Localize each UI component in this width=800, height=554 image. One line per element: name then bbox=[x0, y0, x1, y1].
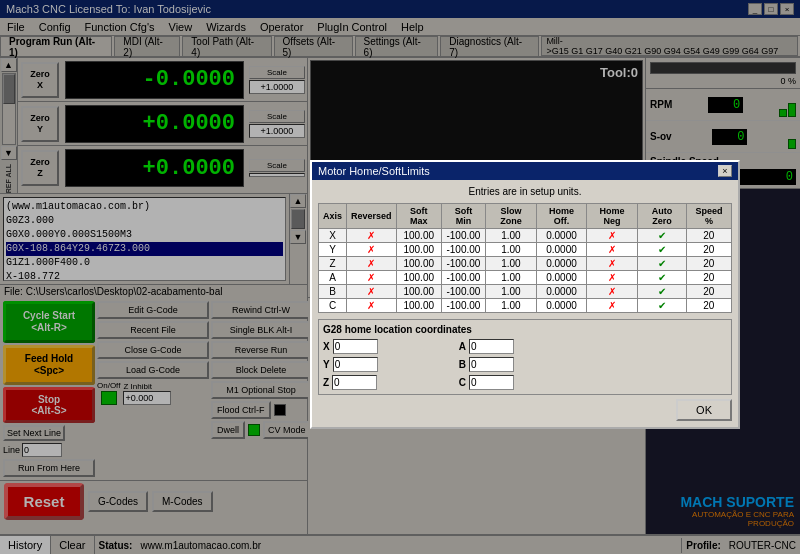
cell-hoff-z: 0.0000 bbox=[536, 257, 586, 271]
cell-azero-b: ✔ bbox=[638, 285, 687, 299]
cell-slow-b: 1.00 bbox=[485, 285, 536, 299]
cell-max-z: 100.00 bbox=[396, 257, 441, 271]
cell-azero-x: ✔ bbox=[638, 229, 687, 243]
g28-grid: X A Y B Z bbox=[323, 339, 727, 390]
dialog-body: Entries are in setup units. Axis Reverse… bbox=[312, 180, 738, 427]
cell-min-a: -100.00 bbox=[441, 271, 485, 285]
cell-hneg-b: ✗ bbox=[587, 285, 638, 299]
g28-x-label: X bbox=[323, 341, 330, 352]
g28-section: G28 home location coordinates X A Y B bbox=[318, 319, 732, 395]
g28-a-input[interactable] bbox=[469, 339, 514, 354]
cell-hoff-a: 0.0000 bbox=[536, 271, 586, 285]
cell-speed-z: 20 bbox=[686, 257, 731, 271]
cell-speed-c: 20 bbox=[686, 299, 731, 313]
cell-rev-b: ✗ bbox=[347, 285, 397, 299]
cell-max-y: 100.00 bbox=[396, 243, 441, 257]
g28-x-row: X bbox=[323, 339, 456, 354]
col-auto-zero: Auto Zero bbox=[638, 204, 687, 229]
g28-c-label: C bbox=[459, 377, 466, 388]
col-reversed: Reversed bbox=[347, 204, 397, 229]
cell-min-b: -100.00 bbox=[441, 285, 485, 299]
cell-hneg-c: ✗ bbox=[587, 299, 638, 313]
dialog-footer: OK bbox=[318, 395, 732, 421]
cell-slow-y: 1.00 bbox=[485, 243, 536, 257]
g28-y-input[interactable] bbox=[333, 357, 378, 372]
cell-azero-z: ✔ bbox=[638, 257, 687, 271]
dialog-title-text: Motor Home/SoftLimits bbox=[318, 165, 430, 177]
cell-hneg-z: ✗ bbox=[587, 257, 638, 271]
cell-hoff-x: 0.0000 bbox=[536, 229, 586, 243]
cell-rev-c: ✗ bbox=[347, 299, 397, 313]
g28-y-label: Y bbox=[323, 359, 330, 370]
col-speed: Speed % bbox=[686, 204, 731, 229]
cell-min-x: -100.00 bbox=[441, 229, 485, 243]
cell-min-c: -100.00 bbox=[441, 299, 485, 313]
dialog-subtitle: Entries are in setup units. bbox=[318, 186, 732, 197]
cell-max-a: 100.00 bbox=[396, 271, 441, 285]
cell-slow-c: 1.00 bbox=[485, 299, 536, 313]
cell-slow-z: 1.00 bbox=[485, 257, 536, 271]
g28-c-input[interactable] bbox=[469, 375, 514, 390]
cell-speed-x: 20 bbox=[686, 229, 731, 243]
cell-speed-a: 20 bbox=[686, 271, 731, 285]
col-soft-max: Soft Max bbox=[396, 204, 441, 229]
limits-table: Axis Reversed Soft Max Soft Min Slow Zon… bbox=[318, 203, 732, 313]
cell-max-c: 100.00 bbox=[396, 299, 441, 313]
table-row: X ✗ 100.00 -100.00 1.00 0.0000 ✗ ✔ 20 bbox=[319, 229, 732, 243]
cell-rev-z: ✗ bbox=[347, 257, 397, 271]
table-row: Y ✗ 100.00 -100.00 1.00 0.0000 ✗ ✔ 20 bbox=[319, 243, 732, 257]
col-soft-min: Soft Min bbox=[441, 204, 485, 229]
dialog-ok-button[interactable]: OK bbox=[676, 399, 732, 421]
g28-b-input[interactable] bbox=[469, 357, 514, 372]
cell-max-b: 100.00 bbox=[396, 285, 441, 299]
g28-z-row: Z bbox=[323, 375, 456, 390]
g28-z-input[interactable] bbox=[332, 375, 377, 390]
g28-c-row: C bbox=[459, 375, 592, 390]
col-slow-zone: Slow Zone bbox=[485, 204, 536, 229]
cell-azero-a: ✔ bbox=[638, 271, 687, 285]
g28-a-label: A bbox=[459, 341, 466, 352]
table-row: B ✗ 100.00 -100.00 1.00 0.0000 ✗ ✔ 20 bbox=[319, 285, 732, 299]
g28-z-label: Z bbox=[323, 377, 329, 388]
col-axis: Axis bbox=[319, 204, 347, 229]
g28-b-label: B bbox=[459, 359, 466, 370]
cell-rev-a: ✗ bbox=[347, 271, 397, 285]
dialog-motor-home: Motor Home/SoftLimits × Entries are in s… bbox=[310, 160, 740, 429]
table-row: A ✗ 100.00 -100.00 1.00 0.0000 ✗ ✔ 20 bbox=[319, 271, 732, 285]
cell-hneg-x: ✗ bbox=[587, 229, 638, 243]
cell-rev-x: ✗ bbox=[347, 229, 397, 243]
cell-min-z: -100.00 bbox=[441, 257, 485, 271]
g28-empty-row2 bbox=[594, 357, 727, 372]
g28-a-row: A bbox=[459, 339, 592, 354]
cell-max-x: 100.00 bbox=[396, 229, 441, 243]
cell-hoff-b: 0.0000 bbox=[536, 285, 586, 299]
cell-hneg-y: ✗ bbox=[587, 243, 638, 257]
cell-axis-a: A bbox=[319, 271, 347, 285]
cell-min-y: -100.00 bbox=[441, 243, 485, 257]
g28-title: G28 home location coordinates bbox=[323, 324, 727, 335]
cell-axis-z: Z bbox=[319, 257, 347, 271]
dialog-title-bar: Motor Home/SoftLimits × bbox=[312, 162, 738, 180]
cell-axis-x: X bbox=[319, 229, 347, 243]
col-home-neg: Home Neg bbox=[587, 204, 638, 229]
dialog-close-button[interactable]: × bbox=[718, 165, 732, 177]
table-row: Z ✗ 100.00 -100.00 1.00 0.0000 ✗ ✔ 20 bbox=[319, 257, 732, 271]
cell-speed-b: 20 bbox=[686, 285, 731, 299]
table-row: C ✗ 100.00 -100.00 1.00 0.0000 ✗ ✔ 20 bbox=[319, 299, 732, 313]
cell-hoff-c: 0.0000 bbox=[536, 299, 586, 313]
cell-slow-x: 1.00 bbox=[485, 229, 536, 243]
cell-slow-a: 1.00 bbox=[485, 271, 536, 285]
cell-rev-y: ✗ bbox=[347, 243, 397, 257]
cell-azero-c: ✔ bbox=[638, 299, 687, 313]
cell-speed-y: 20 bbox=[686, 243, 731, 257]
g28-x-input[interactable] bbox=[333, 339, 378, 354]
cell-axis-c: C bbox=[319, 299, 347, 313]
cell-hneg-a: ✗ bbox=[587, 271, 638, 285]
g28-b-row: B bbox=[459, 357, 592, 372]
cell-axis-b: B bbox=[319, 285, 347, 299]
col-home-off: Home Off. bbox=[536, 204, 586, 229]
cell-axis-y: Y bbox=[319, 243, 347, 257]
cell-azero-y: ✔ bbox=[638, 243, 687, 257]
g28-empty-row bbox=[594, 339, 727, 354]
g28-y-row: Y bbox=[323, 357, 456, 372]
